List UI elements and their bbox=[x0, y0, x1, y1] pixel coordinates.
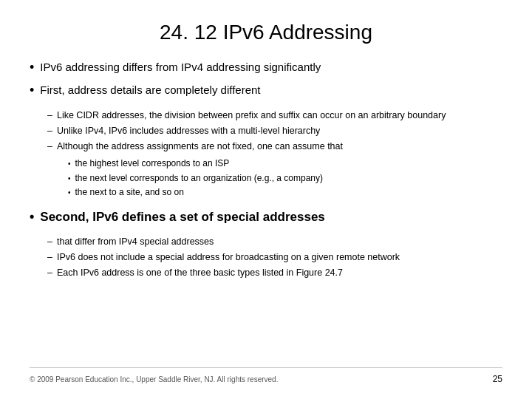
sub-item-6-dash: – bbox=[47, 266, 52, 279]
footer-copyright: © 2009 Pearson Education Inc., Upper Sad… bbox=[30, 375, 278, 383]
sub-item-1-dash: – bbox=[47, 109, 52, 122]
slide-title: 24. 12 IPv6 Addressing bbox=[30, 21, 502, 44]
sub-item-6: – Each IPv6 address is one of the three … bbox=[47, 266, 502, 279]
sub-sub-item-3: • the next to a site, and so on bbox=[68, 186, 502, 199]
footer-page-number: 25 bbox=[493, 374, 502, 384]
sub-sub-item-3-dot: • bbox=[68, 188, 71, 199]
sub-item-4-text: that differ from IPv4 special addresses bbox=[57, 235, 214, 248]
sub-item-2: – Unlike IPv4, IPv6 includes addresses w… bbox=[47, 124, 502, 137]
sub-item-5-text: IPv6 does not include a special address … bbox=[57, 250, 400, 264]
sub-item-3-dash: – bbox=[47, 140, 52, 153]
slide: 24. 12 IPv6 Addressing • IPv6 addressing… bbox=[0, 0, 532, 399]
sub-item-4-dash: – bbox=[47, 235, 52, 248]
bullet-2-subitems: – Like CIDR addresses, the division betw… bbox=[47, 109, 502, 202]
sub-sub-item-1-text: the highest level corresponds to an ISP bbox=[75, 157, 230, 170]
sub-sub-list: • the highest level corresponds to an IS… bbox=[68, 157, 502, 199]
bullet-1-text: IPv6 addressing differs from IPv4 addres… bbox=[40, 59, 321, 75]
sub-sub-item-2: • the next level corresponds to an organ… bbox=[68, 172, 502, 185]
sub-sub-item-2-text: the next level corresponds to an organiz… bbox=[75, 172, 324, 185]
bullet-2: • First, address details are completely … bbox=[30, 82, 502, 99]
sub-item-2-dash: – bbox=[47, 124, 52, 137]
sub-sub-item-3-text: the next to a site, and so on bbox=[75, 186, 184, 199]
sub-sub-item-1-dot: • bbox=[68, 159, 71, 170]
sub-item-1-text: Like CIDR addresses, the division betwee… bbox=[57, 109, 446, 122]
bullet-2-text: First, address details are completely di… bbox=[40, 82, 260, 98]
bullet-3-text: Second, IPv6 defines a set of special ad… bbox=[40, 208, 325, 226]
sub-item-4: – that differ from IPv4 special addresse… bbox=[47, 235, 502, 248]
sub-item-3-text: Although the address assignments are not… bbox=[57, 140, 343, 153]
bullet-3-subitems: – that differ from IPv4 special addresse… bbox=[47, 235, 502, 279]
bullet-3-dot: • bbox=[30, 208, 34, 225]
bullet-1: • IPv6 addressing differs from IPv4 addr… bbox=[30, 59, 502, 76]
bullet-1-dot: • bbox=[30, 59, 34, 76]
slide-content: • IPv6 addressing differs from IPv4 addr… bbox=[30, 59, 502, 367]
sub-item-3: – Although the address assignments are n… bbox=[47, 140, 502, 153]
sub-item-5: – IPv6 does not include a special addres… bbox=[47, 250, 502, 264]
bullet-3: • Second, IPv6 defines a set of special … bbox=[30, 208, 502, 226]
footer: © 2009 Pearson Education Inc., Upper Sad… bbox=[30, 367, 502, 384]
sub-sub-item-1: • the highest level corresponds to an IS… bbox=[68, 157, 502, 170]
sub-item-2-text: Unlike IPv4, IPv6 includes addresses wit… bbox=[57, 124, 320, 137]
bullet-2-dot: • bbox=[30, 82, 34, 99]
sub-item-5-dash: – bbox=[47, 250, 52, 264]
sub-item-6-text: Each IPv6 address is one of the three ba… bbox=[57, 266, 343, 279]
sub-item-1: – Like CIDR addresses, the division betw… bbox=[47, 109, 502, 122]
sub-sub-item-2-dot: • bbox=[68, 174, 71, 185]
